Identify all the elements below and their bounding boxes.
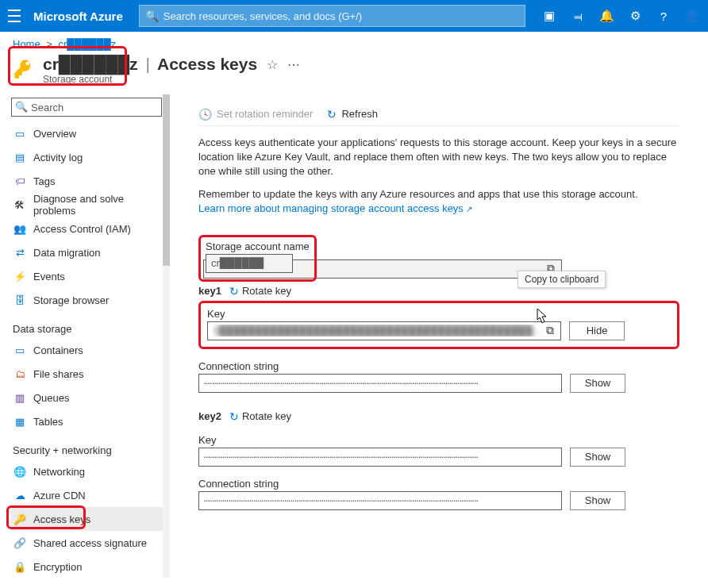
- sidebar-item-label: Networking: [33, 466, 85, 478]
- nav-icon: ☁: [13, 488, 27, 502]
- search-input[interactable]: [139, 5, 525, 27]
- set-rotation-reminder-button[interactable]: 🕓 Set rotation reminder: [198, 108, 313, 121]
- sidebar-item-data-migration[interactable]: ⇄Data migration: [11, 240, 168, 264]
- help-icon[interactable]: ?: [656, 8, 671, 24]
- key1-conn-label: Connection string: [198, 360, 679, 372]
- show-key2-conn-button[interactable]: Show: [570, 491, 625, 510]
- nav-icon: ▤: [13, 150, 27, 164]
- rotate-key1-button[interactable]: ↻ Rotate key: [229, 285, 291, 298]
- brand-label[interactable]: Microsoft Azure: [33, 10, 123, 23]
- learn-more-link[interactable]: Learn more about managing storage accoun…: [198, 202, 472, 214]
- sidebar-item-diagnose-and-solve-problems[interactable]: 🛠Diagnose and solve problems: [11, 193, 168, 217]
- key1-key-field: h███████████████████████████████████████…: [207, 321, 561, 340]
- hamburger-icon[interactable]: [8, 8, 24, 24]
- description-1: Access keys authenticate your applicatio…: [198, 136, 679, 179]
- content-area: 🔍 « ▭Overview▤Activity log🏷Tags🛠Diagnose…: [0, 94, 708, 581]
- key1-conn-value: ••••••••••••••••••••••••••••••••••••••••…: [204, 381, 556, 386]
- sidebar-item-azure-cdn[interactable]: ☁Azure CDN: [11, 483, 168, 507]
- nav-icon: ▥: [13, 390, 27, 405]
- sidebar-scrollbar-thumb[interactable]: [163, 94, 170, 266]
- sidebar-item-access-control-iam-[interactable]: 👥Access Control (IAM): [11, 217, 168, 240]
- sidebar-item-label: Queues: [33, 392, 70, 404]
- refresh-icon: ↻: [327, 108, 337, 121]
- breadcrumb-home[interactable]: Home: [13, 38, 40, 50]
- filter-icon[interactable]: ⫤: [570, 8, 586, 24]
- page-subtitle: Storage account: [43, 74, 301, 85]
- nav-group-title: Security + networking: [11, 438, 168, 459]
- sidebar-item-label: File shares: [33, 368, 84, 380]
- sidebar-item-label: Diagnose and solve problems: [33, 193, 168, 217]
- storage-name-label: Storage account name: [206, 240, 310, 252]
- hide-key1-button[interactable]: Hide: [569, 321, 625, 340]
- refresh-button[interactable]: ↻ Refresh: [327, 108, 378, 121]
- nav-icon: ▦: [13, 414, 27, 429]
- sidebar-item-access-keys[interactable]: 🔑Access keys: [11, 507, 168, 531]
- more-actions-icon[interactable]: ⋯: [287, 57, 301, 72]
- key2-conn-field: ••••••••••••••••••••••••••••••••••••••••…: [198, 491, 562, 510]
- sidebar-item-events[interactable]: ⚡Events: [11, 264, 168, 288]
- cloud-shell-icon[interactable]: ▣: [541, 8, 557, 24]
- nav-icon: 🌐: [13, 464, 27, 478]
- key-icon: [13, 58, 35, 80]
- sidebar-item-microsoft-defender-for-cloud[interactable]: 🛡Microsoft Defender for Cloud: [11, 578, 168, 581]
- nav-icon: ⚡: [13, 269, 27, 283]
- highlight-box-storage-name: Storage account name cr██████: [198, 235, 317, 282]
- sidebar-item-containers[interactable]: ▭Containers: [11, 338, 168, 362]
- copy-tooltip: Copy to clipboard: [518, 271, 606, 288]
- main-pane: 🕓 Set rotation reminder ↻ Refresh Access…: [170, 94, 708, 581]
- breadcrumb-sep: >: [46, 38, 52, 50]
- sidebar-item-overview[interactable]: ▭Overview: [11, 121, 168, 145]
- sidebar-item-label: Shared access signature: [33, 537, 147, 549]
- settings-gear-icon[interactable]: ⚙: [627, 8, 643, 24]
- sidebar-item-label: Activity log: [33, 152, 83, 163]
- rotate-icon: ↻: [229, 410, 239, 423]
- nav-icon: 🛠: [13, 198, 27, 212]
- sidebar-item-label: Data migration: [33, 247, 101, 259]
- notifications-icon[interactable]: 🔔: [598, 8, 614, 24]
- nav-icon: 👥: [13, 221, 27, 236]
- nav-icon: ⇄: [13, 245, 27, 259]
- key1-key-value: h███████████████████████████████████████…: [213, 325, 544, 336]
- sidebar: 🔍 « ▭Overview▤Activity log🏷Tags🛠Diagnose…: [0, 94, 170, 581]
- sidebar-item-tables[interactable]: ▦Tables: [11, 409, 168, 433]
- search-icon: 🔍: [145, 10, 159, 22]
- page-name: Access keys: [157, 55, 257, 73]
- sidebar-item-storage-browser[interactable]: 🗄Storage browser: [11, 288, 168, 312]
- description-2: Remember to update the keys with any Azu…: [198, 187, 679, 216]
- global-search: 🔍: [139, 5, 525, 27]
- sidebar-item-label: Tags: [33, 175, 55, 187]
- cursor-pointer-icon: [533, 307, 550, 328]
- account-icon[interactable]: 👤: [684, 8, 700, 24]
- sidebar-scrollbar[interactable]: [163, 94, 170, 578]
- nav-icon: 🔗: [13, 536, 27, 550]
- top-bar: Microsoft Azure 🔍 ▣ ⫤ 🔔 ⚙ ? 👤: [0, 0, 708, 32]
- breadcrumb: Home > cr██████z: [0, 32, 708, 53]
- key1-name: key1: [198, 285, 221, 297]
- sidebar-item-file-shares[interactable]: 🗂File shares: [11, 362, 168, 386]
- key1-conn-field: ••••••••••••••••••••••••••••••••••••••••…: [198, 374, 562, 393]
- show-key1-conn-button[interactable]: Show: [570, 374, 625, 393]
- sidebar-item-label: Storage browser: [33, 294, 109, 306]
- nav-icon: ▭: [13, 126, 27, 140]
- sidebar-item-encryption[interactable]: 🔒Encryption: [11, 555, 168, 578]
- search-icon: 🔍: [15, 101, 28, 113]
- topbar-icons: ▣ ⫤ 🔔 ⚙ ? 👤: [541, 8, 700, 24]
- sidebar-item-label: Events: [33, 271, 65, 282]
- sidebar-item-tags[interactable]: 🏷Tags: [11, 169, 168, 193]
- highlight-box-key1: Key h███████████████████████████████████…: [198, 301, 679, 349]
- sidebar-item-activity-log[interactable]: ▤Activity log: [11, 145, 168, 169]
- nav-icon: 🏷: [13, 174, 27, 188]
- breadcrumb-current[interactable]: cr██████z: [59, 38, 117, 50]
- nav-icon: 🔒: [13, 559, 27, 574]
- show-key2-button[interactable]: Show: [570, 448, 625, 467]
- sidebar-item-queues[interactable]: ▥Queues: [11, 386, 168, 409]
- refresh-label: Refresh: [341, 108, 378, 120]
- sidebar-search-input[interactable]: [11, 98, 162, 117]
- nav-icon: ▭: [13, 343, 27, 357]
- sidebar-item-label: Access keys: [33, 513, 90, 525]
- rotate-key2-button[interactable]: ↻ Rotate key: [229, 410, 291, 423]
- sidebar-item-label: Tables: [33, 416, 63, 428]
- sidebar-item-shared-access-signature[interactable]: 🔗Shared access signature: [11, 531, 168, 555]
- sidebar-item-networking[interactable]: 🌐Networking: [11, 459, 168, 483]
- favorite-star-icon[interactable]: ☆: [267, 57, 278, 72]
